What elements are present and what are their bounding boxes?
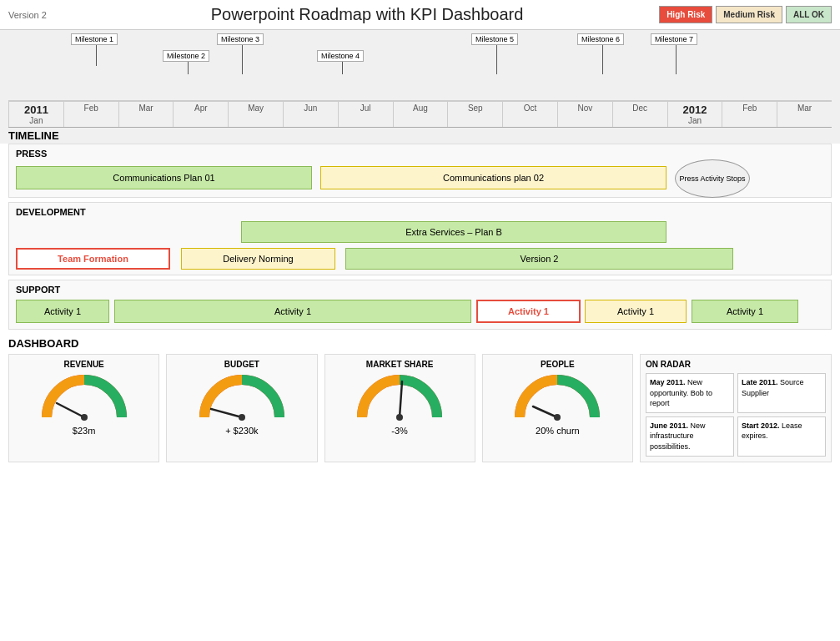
revenue-value: $23m [14, 426, 153, 436]
version-label: Version 2 [8, 10, 75, 20]
radar-item-1: May 2011. New opportunity. Bob to report [646, 373, 734, 413]
month-cell-May-4: May [228, 102, 283, 127]
milestone-1: Milestone 1 [71, 33, 118, 66]
month-cell-Dec-11: Dec [612, 102, 667, 127]
milestone-7: Milestone 7 [651, 33, 697, 74]
development-title: DEVELOPMENT [16, 207, 824, 217]
all-ok-button[interactable]: ALL OK [786, 6, 832, 23]
radar-item-2: Late 2011. Source Supplier [737, 373, 826, 413]
on-radar-card: ON RADAR May 2011. New opportunity. Bob … [640, 354, 832, 462]
timeline-label: TIMELINE [8, 128, 832, 144]
milestone-3: Milestone 3 [217, 33, 264, 74]
people-gauge-card: PEOPLE 20% churn [482, 354, 633, 462]
high-risk-button[interactable]: High Risk [659, 6, 712, 23]
comm-plan-01-bar: Communications Plan 01 [16, 166, 312, 189]
month-cell-Mar-14: Mar [777, 102, 832, 127]
svg-point-3 [239, 414, 245, 421]
market-title: MARKET SHARE [330, 360, 470, 369]
svg-point-1 [81, 414, 88, 421]
month-cell-Aug-7: Aug [393, 102, 448, 127]
svg-line-0 [57, 403, 84, 417]
dashboard-title: DASHBOARD [8, 337, 832, 350]
milestone-6: Milestone 6 [577, 33, 624, 74]
milestone-4: Milestone 4 [317, 50, 364, 74]
milestone-5: Milestone 5 [471, 33, 518, 74]
month-cell-Jan-0: 2011Jan [8, 102, 63, 127]
svg-line-2 [211, 409, 242, 417]
version2-bar: Version 2 [345, 248, 733, 270]
svg-point-7 [554, 414, 561, 421]
month-cell-Sep-8: Sep [447, 102, 502, 127]
on-radar-title: ON RADAR [646, 360, 826, 369]
market-gauge [354, 371, 445, 426]
market-gauge-card: MARKET SHARE -3% [324, 354, 475, 462]
month-cell-Oct-9: Oct [502, 102, 557, 127]
svg-point-5 [396, 414, 403, 421]
month-cell-Apr-3: Apr [173, 102, 228, 127]
radar-item-4: Start 2012. Lease expires. [737, 416, 826, 457]
support-activity1-bar: Activity 1 [16, 300, 109, 323]
month-cell-Nov-10: Nov [557, 102, 612, 127]
people-title: PEOPLE [488, 360, 627, 369]
support-title: SUPPORT [16, 285, 824, 295]
support-section: SUPPORT Activity 1 Activity 1 Activity 1… [8, 280, 832, 330]
support-activity5-bar: Activity 1 [692, 300, 798, 323]
dashboard-section: DASHBOARD REVENUE $23m BUDGET [0, 334, 840, 466]
month-cell-Feb-13: Feb [722, 102, 777, 127]
budget-title: BUDGET [172, 360, 311, 369]
svg-line-4 [400, 381, 402, 417]
press-activity-stops: Press Activity Stops [675, 159, 750, 198]
svg-line-6 [533, 406, 557, 417]
people-gauge [511, 371, 603, 426]
revenue-title: REVENUE [14, 360, 153, 369]
development-section: DEVELOPMENT Extra Services – Plan B Team… [8, 202, 832, 275]
press-section: PRESS Communications Plan 01 Communicati… [8, 144, 832, 198]
revenue-gauge-card: REVENUE $23m [8, 354, 159, 462]
month-cell-Jun-5: Jun [283, 102, 338, 127]
revenue-gauge [38, 371, 130, 426]
month-cell-Mar-2: Mar [118, 102, 174, 127]
month-cell-Jan-12: 2012Jan [667, 102, 722, 127]
budget-gauge-card: BUDGET + $230k [166, 354, 317, 462]
month-cell-Feb-1: Feb [63, 102, 118, 127]
market-value: -3% [330, 426, 470, 436]
comm-plan-02-bar: Communications plan 02 [320, 166, 666, 189]
budget-gauge [196, 371, 288, 426]
on-radar-grid: May 2011. New opportunity. Bob to report… [646, 373, 826, 457]
radar-item-3: June 2011. New infrastructure possibilit… [646, 416, 734, 457]
month-cell-Jul-6: Jul [338, 102, 393, 127]
page-title: Powerpoint Roadmap with KPI Dashboard [75, 5, 659, 24]
support-activity2-bar: Activity 1 [114, 300, 471, 323]
delivery-norming-bar: Delivery Norming [181, 248, 335, 270]
support-activity4-bar: Activity 1 [585, 300, 687, 323]
extra-services-bar: Extra Services – Plan B [241, 221, 666, 243]
milestone-2: Milestone 2 [163, 50, 209, 74]
support-activity3-bar: Activity 1 [476, 300, 581, 323]
people-value: 20% churn [488, 426, 627, 436]
budget-value: + $230k [172, 426, 311, 436]
press-title: PRESS [16, 149, 824, 159]
team-formation-bar: Team Formation [16, 248, 170, 270]
medium-risk-button[interactable]: Medium Risk [716, 6, 782, 23]
